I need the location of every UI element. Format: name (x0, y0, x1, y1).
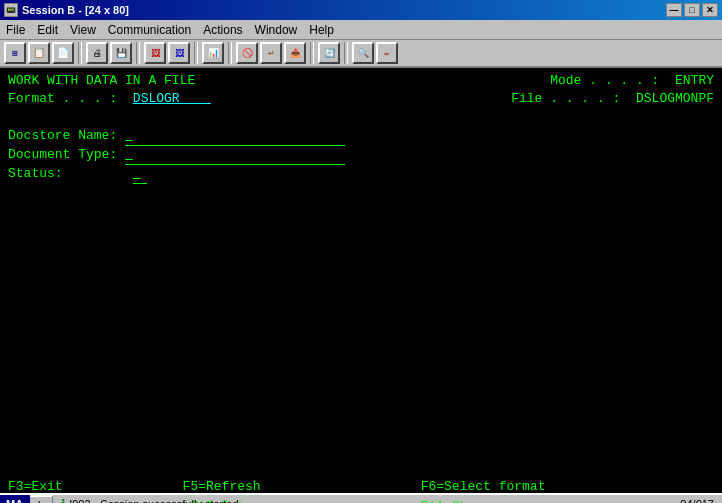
f5-key[interactable]: F5=Refresh (183, 477, 261, 497)
toolbar-btn-12[interactable]: 🔄 (318, 42, 340, 64)
menu-file[interactable]: File (0, 20, 31, 39)
menu-window[interactable]: Window (249, 20, 304, 39)
menu-edit[interactable]: Edit (31, 20, 64, 39)
menu-communication[interactable]: Communication (102, 20, 197, 39)
toolbar-btn-13[interactable]: 🔍 (352, 42, 374, 64)
toolbar-sep-3 (194, 42, 198, 64)
toolbar-btn-5[interactable]: 💾 (110, 42, 132, 64)
session-tab[interactable]: b (30, 495, 53, 503)
toolbar-btn-4[interactable]: 🖨 (86, 42, 108, 64)
toolbar-btn-6[interactable]: 🖼 (144, 42, 166, 64)
mode-value: ENTRY (675, 72, 714, 90)
toolbar-btn-2[interactable]: 📋 (28, 42, 50, 64)
header-line-1: WORK WITH DATA IN A FILE Mode . . . . : … (8, 72, 714, 90)
blank-line-1 (8, 108, 714, 126)
title-bar: 📟 Session B - [24 x 80] — □ ✕ (0, 0, 722, 20)
toolbar-btn-7[interactable]: 🖼 (168, 42, 190, 64)
file-value: DSLOGMONPF (636, 90, 714, 108)
format-label: Format . . . : (8, 90, 133, 108)
toolbar-btn-9[interactable]: 🚫 (236, 42, 258, 64)
docstore-input[interactable] (125, 127, 345, 146)
menu-bar: File Edit View Communication Actions Win… (0, 20, 722, 40)
toolbar-sep-4 (228, 42, 232, 64)
window-title: Session B - [24 x 80] (22, 4, 129, 16)
toolbar: ⊞ 📋 📄 🖨 💾 🖼 🖼 📊 🚫 ↩ 📤 🔄 🔍 ✏ (0, 40, 722, 68)
f3-key[interactable]: F3=Exit (8, 477, 63, 497)
f6-key[interactable]: F6=Select format (421, 477, 546, 497)
status-message: ℹ I902 - Session successfully started (53, 497, 246, 503)
close-button[interactable]: ✕ (702, 3, 718, 17)
menu-view[interactable]: View (64, 20, 102, 39)
toolbar-btn-3[interactable]: 📄 (52, 42, 74, 64)
format-value: DSLOGR (133, 90, 211, 108)
toolbar-btn-14[interactable]: ✏ (376, 42, 398, 64)
keyboard-indicator: MA (0, 495, 30, 503)
terminal-area: WORK WITH DATA IN A FILE Mode . . . . : … (0, 68, 722, 428)
toolbar-btn-10[interactable]: ↩ (260, 42, 282, 64)
minimize-button[interactable]: — (666, 3, 682, 17)
function-keys-area: F3=Exit F5=Refresh F6=Select format F9=I… (0, 428, 722, 493)
status-input[interactable]: _ (133, 165, 147, 184)
toolbar-btn-11[interactable]: 📤 (284, 42, 306, 64)
status-line: Status: _ (8, 165, 714, 184)
header-line-2: Format . . . : DSLOGR File . . . . : DSL… (8, 90, 714, 108)
status-icon: ℹ (61, 497, 66, 503)
mode-label: Mode . . . . : (550, 72, 675, 90)
docstore-line: Docstore Name: (8, 127, 714, 146)
toolbar-sep-1 (78, 42, 82, 64)
toolbar-sep-2 (136, 42, 140, 64)
toolbar-btn-8[interactable]: 📊 (202, 42, 224, 64)
file-label: File . . . . : (511, 90, 636, 108)
toolbar-btn-1[interactable]: ⊞ (4, 42, 26, 64)
doctype-label: Document Type: (8, 146, 125, 165)
toolbar-sep-6 (344, 42, 348, 64)
menu-actions[interactable]: Actions (197, 20, 248, 39)
doctype-input[interactable] (125, 146, 345, 165)
docstore-label: Docstore Name: (8, 127, 125, 146)
status-label: Status: (8, 165, 133, 184)
work-with-label: WORK WITH DATA IN A FILE (8, 72, 195, 90)
doctype-line: Document Type: (8, 146, 714, 165)
toolbar-sep-5 (310, 42, 314, 64)
file-spacing (211, 90, 511, 108)
maximize-button[interactable]: □ (684, 3, 700, 17)
status-bar: MA b ℹ I902 - Session successfully start… (0, 493, 722, 503)
cursor-position: 04/017 (672, 498, 722, 503)
mode-spacing (195, 72, 550, 90)
app-icon: 📟 (4, 3, 18, 17)
menu-help[interactable]: Help (303, 20, 340, 39)
f11-key[interactable]: F11=Change (420, 497, 498, 504)
